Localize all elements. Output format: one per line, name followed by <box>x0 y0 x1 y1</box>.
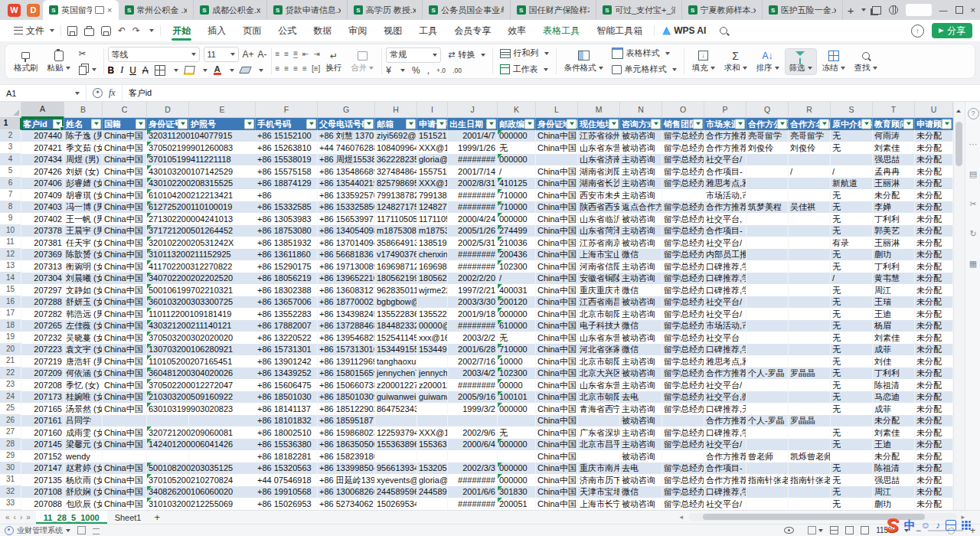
cell[interactable]: 口碑推荐,学 <box>704 427 746 439</box>
cell[interactable]: 000000 <box>498 403 536 415</box>
cell[interactable]: 被动咨询 <box>620 332 662 344</box>
cell[interactable]: 无 <box>498 332 536 344</box>
column-letter-Q[interactable]: Q <box>746 102 789 118</box>
cell[interactable] <box>746 379 789 391</box>
cell[interactable]: gloria@uk( <box>417 154 448 166</box>
select-all-corner[interactable] <box>0 102 21 118</box>
cell[interactable]: 河北省张家 <box>578 344 620 356</box>
column-letter-U[interactable]: U <box>915 102 953 118</box>
column-letter-J[interactable]: J <box>448 102 498 118</box>
column-header[interactable]: 申请顾问 <box>915 118 953 130</box>
cell[interactable]: 留学总经办 <box>662 355 704 368</box>
cell[interactable]: 207173 <box>21 391 64 404</box>
cell[interactable]: 未分配 <box>915 344 953 356</box>
cell[interactable]: 主动咨询 <box>620 260 662 273</box>
cell[interactable]: 郭美艺 <box>873 225 915 237</box>
menu-tab-9[interactable]: 会员专享 <box>446 20 499 41</box>
cell[interactable]: 未分配 <box>915 332 953 344</box>
cell[interactable]: 000000 <box>498 474 536 486</box>
cell[interactable]: China中国 <box>536 201 578 214</box>
copy-button[interactable] <box>76 63 100 77</box>
cell[interactable]: 169698712 <box>375 260 417 273</box>
cell[interactable]: 留学总经办 <box>662 260 704 273</box>
cell[interactable]: 合作方推荐 <box>704 368 746 380</box>
cell[interactable]: 胡睿琪 (女 <box>64 189 103 201</box>
cell[interactable]: 主动咨询 <box>620 225 662 237</box>
row-number[interactable]: 20 <box>0 344 21 356</box>
find-button[interactable]: 查找 <box>851 49 881 74</box>
cell[interactable]: 未分配 <box>915 391 953 404</box>
cell[interactable]: wjrme221( <box>417 284 448 296</box>
cell[interactable]: 留学总经办 <box>662 237 704 249</box>
cell[interactable]: 桂婉唯 (女 <box>64 391 103 404</box>
cell[interactable]: China中国 <box>536 486 578 498</box>
cell[interactable]: 合作方推荐 <box>704 450 746 462</box>
undo-icon[interactable]: ↶ <box>118 25 126 36</box>
cell[interactable]: / <box>831 273 873 285</box>
cell[interactable]: +86 田延岭1395 <box>318 474 375 486</box>
cell[interactable]: 文静如 (女 <box>64 284 103 296</box>
filter-icon[interactable] <box>651 119 661 129</box>
cell[interactable]: 400031 <box>498 284 536 296</box>
print-icon[interactable] <box>84 28 94 36</box>
cell[interactable] <box>789 427 831 439</box>
cell[interactable]: China中国 <box>536 296 578 309</box>
row-number[interactable]: 22 <box>0 368 21 380</box>
column-letter-T[interactable]: T <box>873 102 915 118</box>
cell[interactable]: 962835011 <box>375 284 417 296</box>
cell[interactable]: 北京市朝阳 <box>578 308 620 320</box>
row-number[interactable]: 9 <box>0 213 21 225</box>
file-tab[interactable]: S成都公积金.xlsx <box>194 0 267 20</box>
cell[interactable]: 湖南省浏阳 <box>578 165 620 178</box>
cell[interactable]: 上海市长宁 <box>578 498 620 510</box>
column-header[interactable]: 邮政编码 <box>498 118 536 130</box>
cell[interactable]: 2001/6/28 <box>448 344 498 356</box>
filter-icon[interactable] <box>524 119 534 129</box>
cell[interactable]: 有录 <box>831 237 873 249</box>
cell[interactable]: 陈子逸 (男 <box>64 130 103 142</box>
cell[interactable]: China中国 <box>103 332 147 344</box>
cell[interactable]: 衡琬明 (女 <box>64 260 103 273</box>
cell[interactable]: 2003/3/30 <box>448 296 498 309</box>
cell[interactable] <box>789 320 831 332</box>
cell[interactable] <box>746 273 789 285</box>
cell[interactable]: 主动咨询 <box>620 355 662 368</box>
tab-table-tools[interactable]: 表格工具 <box>534 20 588 41</box>
cell[interactable] <box>746 486 789 498</box>
cell[interactable]: 207223 <box>21 344 64 356</box>
column-header[interactable]: 市场来源 <box>704 118 746 130</box>
cell[interactable] <box>448 415 498 427</box>
align-bottom-button[interactable]: ≡ <box>293 50 298 58</box>
cell[interactable]: 210036 <box>498 237 536 249</box>
cell[interactable]: 王丽淋 <box>873 237 915 249</box>
cell[interactable]: 430102200208315525 <box>147 178 189 190</box>
cell[interactable] <box>147 450 189 462</box>
cell[interactable]: / <box>498 165 536 178</box>
cell[interactable] <box>578 450 620 462</box>
cell[interactable]: +86 1360831276 <box>318 284 375 296</box>
cell[interactable]: 未分配 <box>915 403 953 415</box>
cell[interactable]: China中国 <box>536 142 578 154</box>
cell[interactable] <box>498 415 536 427</box>
cell[interactable]: 2000/6/4 <box>448 439 498 451</box>
column-header[interactable]: 申请专用 <box>417 118 448 130</box>
next-sheet-icon[interactable]: › <box>20 513 22 521</box>
cell[interactable]: 2002/7/16 <box>448 355 498 368</box>
cell[interactable] <box>746 213 789 225</box>
file-menu-button[interactable]: 文件 <box>8 25 60 38</box>
cell[interactable]: +86 15538019 <box>256 154 318 166</box>
cell[interactable]: 200436 <box>498 249 536 261</box>
cell[interactable]: 无 <box>831 130 873 142</box>
cell[interactable]: 王迪 <box>873 439 915 451</box>
cell[interactable]: China中国 <box>103 249 147 261</box>
cell[interactable]: / <box>789 165 831 178</box>
cell[interactable]: 340702200202202520 <box>147 273 189 285</box>
cell[interactable]: 2002/2/20 <box>448 273 498 285</box>
cell[interactable]: 未分配 <box>915 249 953 261</box>
file-tab[interactable]: S高学历 教授.xlsx <box>348 0 423 20</box>
cell[interactable]: 留学总经办 <box>662 165 704 178</box>
cell[interactable]: China中国 <box>103 213 147 225</box>
row-number[interactable]: 5 <box>0 165 21 178</box>
cell[interactable]: 留学总经办 <box>662 332 704 344</box>
row-number[interactable]: 11 <box>0 237 21 249</box>
